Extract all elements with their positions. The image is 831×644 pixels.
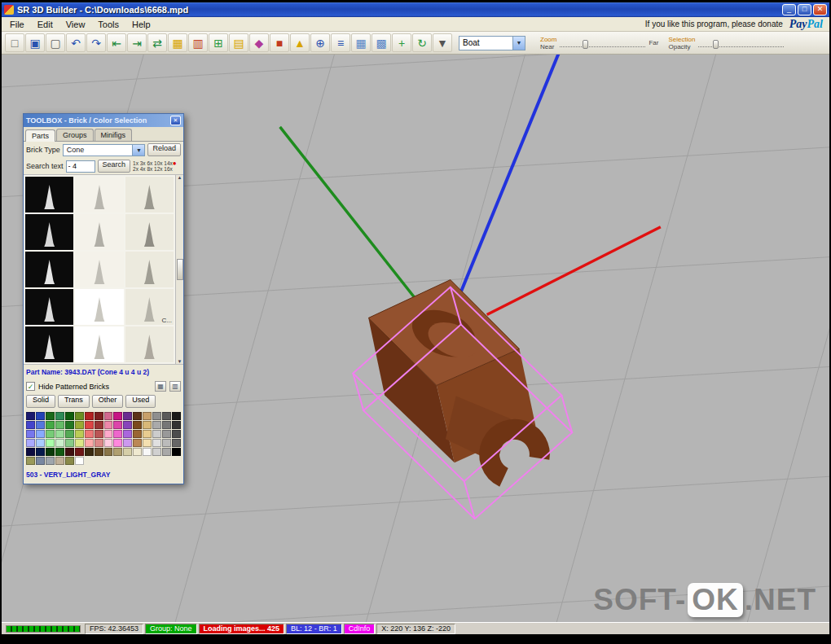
color-swatch[interactable]: [143, 412, 152, 420]
hinge-icon[interactable]: ≡: [331, 33, 350, 52]
color-swatch[interactable]: [46, 421, 55, 429]
color-swatch[interactable]: [26, 430, 35, 438]
part-thumbnail[interactable]: [75, 214, 123, 250]
color-swatch[interactable]: [36, 421, 45, 429]
color-swatch[interactable]: [26, 412, 35, 420]
color-swatch[interactable]: [143, 448, 152, 456]
menu-view[interactable]: View: [59, 19, 92, 30]
color-swatch[interactable]: [46, 448, 55, 456]
color-swatch[interactable]: [152, 421, 161, 429]
color-swatch[interactable]: [104, 430, 113, 438]
color-swatch[interactable]: [46, 457, 55, 465]
fit-view-icon[interactable]: ⊞: [209, 33, 228, 52]
color-swatch[interactable]: [46, 430, 55, 438]
part-thumbnail[interactable]: [25, 252, 73, 287]
color-swatch[interactable]: [123, 439, 132, 447]
color-swatch[interactable]: [36, 448, 45, 456]
opacity-slider-thumb[interactable]: [713, 40, 719, 49]
undo-icon[interactable]: ↶: [66, 33, 86, 52]
color-swatch[interactable]: [123, 430, 132, 438]
part-thumbnail[interactable]: [25, 289, 73, 325]
parts-scrollbar[interactable]: ▲ ▼: [175, 175, 183, 364]
close-button[interactable]: ✕: [813, 4, 827, 15]
color-swatch[interactable]: [65, 457, 74, 465]
filter-solid-button[interactable]: Solid: [26, 395, 55, 408]
color-swatch[interactable]: [172, 421, 181, 429]
color-swatch[interactable]: [104, 421, 113, 429]
color-swatch[interactable]: [95, 421, 103, 429]
color-swatch[interactable]: [65, 448, 74, 456]
menu-help[interactable]: Help: [125, 19, 157, 30]
color-swatch[interactable]: [95, 430, 103, 438]
minimize-button[interactable]: _: [782, 4, 796, 15]
color-swatch[interactable]: [85, 430, 94, 438]
zoom-slider[interactable]: [560, 39, 645, 47]
color-swatch[interactable]: [143, 421, 152, 429]
color-swatch[interactable]: [75, 448, 84, 456]
color-swatch[interactable]: [133, 448, 142, 456]
color-swatch[interactable]: [55, 430, 64, 438]
color-swatch[interactable]: [152, 412, 161, 420]
tab-parts[interactable]: Parts: [25, 129, 55, 142]
chevron-down-icon[interactable]: ▼: [512, 37, 525, 50]
brick-red-icon[interactable]: ▥: [188, 33, 208, 52]
step-back-icon[interactable]: ⇤: [107, 33, 126, 52]
color-swatch[interactable]: [162, 439, 171, 447]
color-swatch[interactable]: [75, 412, 84, 420]
add-icon[interactable]: +: [392, 33, 411, 52]
tab-groups[interactable]: Groups: [56, 129, 94, 141]
color-swatch[interactable]: [55, 457, 64, 465]
folder-icon[interactable]: ▤: [229, 33, 248, 52]
color-swatch[interactable]: [152, 448, 161, 456]
color-swatch[interactable]: [172, 439, 181, 447]
boat-category-select[interactable]: Boat ▼: [459, 36, 525, 50]
color-swatch[interactable]: [162, 412, 171, 420]
color-swatch[interactable]: [95, 448, 103, 456]
color-swatch[interactable]: [133, 421, 142, 429]
color-swatch[interactable]: [36, 430, 45, 438]
color-swatch[interactable]: [65, 439, 74, 447]
color-swatch[interactable]: [55, 439, 64, 447]
color-swatch[interactable]: [113, 448, 122, 456]
redo-icon[interactable]: ↷: [86, 33, 106, 52]
filter-used-button[interactable]: Used: [125, 395, 156, 408]
palette-view-button-1[interactable]: ▦: [155, 381, 166, 392]
color-swatch[interactable]: [172, 412, 181, 420]
color-swatch[interactable]: [26, 421, 35, 429]
color-swatch[interactable]: [143, 430, 152, 438]
color-swatch[interactable]: [55, 448, 64, 456]
scroll-down-icon[interactable]: ▼: [178, 359, 182, 364]
color-swatch[interactable]: [152, 430, 161, 438]
color-swatch[interactable]: [113, 412, 122, 420]
color-swatch[interactable]: [75, 457, 84, 465]
hide-patterned-checkbox[interactable]: ✓: [26, 382, 35, 391]
part-thumbnail[interactable]: C...: [125, 289, 174, 325]
color-swatch[interactable]: [65, 430, 74, 438]
brick-type-select[interactable]: Cone ▼: [63, 144, 146, 156]
palette-view-button-2[interactable]: ▥: [169, 381, 181, 392]
part-thumbnail[interactable]: [125, 214, 174, 250]
menu-file[interactable]: File: [3, 19, 31, 30]
part-thumbnail[interactable]: [75, 177, 123, 212]
part-thumbnail[interactable]: [75, 252, 123, 287]
scroll-up-icon[interactable]: ▲: [178, 175, 182, 180]
blank-page-icon[interactable]: ▢: [46, 33, 65, 52]
paypal-logo[interactable]: PayPal: [789, 18, 823, 31]
scrollbar-thumb[interactable]: [177, 259, 183, 280]
viewport-3d[interactable]: SOFT-OK.NET TOOLBOX - Brick / Color Sele…: [2, 55, 829, 622]
color-swatch[interactable]: [46, 412, 55, 420]
toolbox-title-bar[interactable]: TOOLBOX - Brick / Color Selection ✕: [24, 114, 183, 127]
color-swatch[interactable]: [113, 421, 122, 429]
color-swatch[interactable]: [162, 430, 171, 438]
new-file-icon[interactable]: □: [5, 33, 24, 52]
color-swatch[interactable]: [104, 412, 113, 420]
color-swatch[interactable]: [65, 412, 74, 420]
part-thumbnail[interactable]: [25, 214, 73, 250]
maximize-button[interactable]: □: [798, 4, 811, 15]
color-swatch[interactable]: [113, 430, 122, 438]
menu-tools[interactable]: Tools: [91, 19, 125, 30]
color-swatch[interactable]: [26, 457, 35, 465]
swap-icon[interactable]: ⇄: [147, 33, 167, 52]
color-swatch[interactable]: [152, 439, 161, 447]
connector-icon[interactable]: ⊕: [310, 33, 330, 52]
